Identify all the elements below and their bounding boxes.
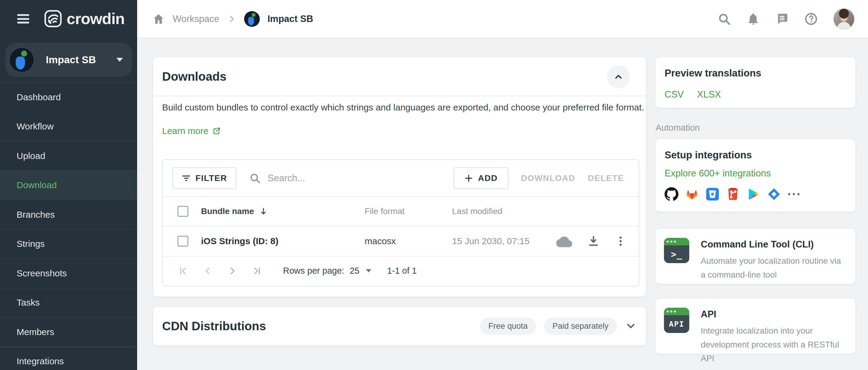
downloads-card: Downloads Build custom bundles to contro… (153, 57, 646, 297)
last-page-icon[interactable] (252, 266, 262, 276)
api-title: API (701, 309, 847, 320)
rows-per-page-value[interactable]: 25 (350, 266, 359, 276)
sort-desc-icon[interactable] (259, 207, 268, 216)
table-row: iOS Strings (ID: 8) macosx 15 Jun 2030, … (163, 226, 639, 256)
sidebar-item-workflow[interactable]: Workflow (0, 112, 137, 141)
download-row-icon[interactable] (587, 235, 599, 247)
search-input[interactable] (268, 173, 436, 183)
cdn-badges: Free quota Paid separately (480, 317, 637, 335)
chevron-down-icon (116, 58, 123, 62)
crowdin-logo[interactable]: crowdin (44, 9, 124, 28)
chevron-right-icon (227, 14, 236, 24)
cdn-expand-chevron-icon[interactable] (625, 320, 637, 332)
download-button[interactable]: DOWNLOAD (521, 173, 575, 183)
sidebar-item-branches[interactable]: Branches (0, 200, 137, 229)
cloud-build-icon[interactable] (556, 235, 572, 247)
project-avatar[interactable] (244, 11, 260, 27)
search-box (249, 172, 436, 184)
crowdin-logo-icon (44, 9, 62, 28)
home-icon[interactable] (152, 13, 165, 25)
cli-title: Command Line Tool (CLI) (701, 239, 847, 250)
gitlab-icon[interactable] (685, 187, 699, 201)
row-checkbox[interactable] (178, 236, 188, 246)
project-selector-label: Impact SB (46, 54, 96, 66)
row-actions (556, 235, 627, 247)
bundle-last-modified: 15 Jun 2030, 07:15 (452, 236, 530, 246)
sidebar-item-strings[interactable]: Strings (0, 229, 137, 259)
cdn-distributions-card: CDN Distributions Free quota Paid separa… (153, 307, 646, 345)
project-avatar-large (10, 48, 34, 72)
select-all-checkbox[interactable] (178, 206, 188, 217)
api-icon: API (664, 308, 689, 333)
pagination-range: 1-1 of 1 (387, 266, 416, 276)
help-icon[interactable] (804, 12, 818, 26)
csv-link[interactable]: CSV (664, 89, 684, 100)
sidebar-nav: Dashboard Workflow Upload Download Branc… (0, 82, 137, 370)
column-last-modified[interactable]: Last modified (452, 206, 502, 216)
messages-icon[interactable] (775, 12, 789, 26)
bundle-name[interactable]: iOS Strings (ID: 8) (201, 236, 278, 246)
preview-links: CSV XLSX (664, 89, 846, 100)
plus-icon (464, 174, 473, 183)
paid-separately-badge: Paid separately (544, 317, 617, 335)
bundles-table: FILTER ADD DOWNLOAD DELETE (162, 159, 639, 286)
explore-integrations-link[interactable]: Explore 600+ integrations (664, 168, 771, 179)
topbar-actions (717, 0, 855, 38)
api-card[interactable]: API API Integrate localization into your… (655, 299, 855, 354)
project-selector[interactable]: Impact SB (5, 43, 132, 77)
prev-page-icon[interactable] (202, 266, 213, 276)
topbar: crowdin Workspace Impact SB (0, 0, 868, 38)
downloads-title: Downloads (162, 70, 226, 83)
cli-description: Automate your localization routine via a… (701, 254, 847, 282)
filter-button[interactable]: FILTER (173, 167, 236, 189)
search-icon[interactable] (717, 12, 731, 26)
chevron-up-icon (613, 72, 624, 82)
cli-card[interactable]: >_ Command Line Tool (CLI) Automate your… (655, 229, 855, 284)
add-button[interactable]: ADD (454, 167, 508, 189)
crowdin-app: crowdin Workspace Impact SB (0, 0, 868, 370)
rows-per-page-caret-icon[interactable] (366, 269, 371, 272)
column-bundle-name[interactable]: Bundle name (201, 206, 254, 216)
bitbucket-icon[interactable] (706, 187, 719, 201)
sidebar-item-screenshots[interactable]: Screenshots (0, 258, 137, 288)
user-avatar[interactable] (833, 8, 855, 30)
downloads-card-header: Downloads (153, 57, 646, 96)
git-icon[interactable] (726, 187, 740, 201)
topbar-brand-area: crowdin (0, 0, 137, 38)
sidebar-item-integrations[interactable]: Integrations (0, 346, 137, 370)
column-file-format[interactable]: File format (365, 206, 404, 216)
breadcrumb-workspace[interactable]: Workspace (173, 13, 219, 24)
external-link-icon (213, 127, 221, 135)
breadcrumb-project[interactable]: Impact SB (268, 13, 313, 24)
learn-more-link[interactable]: Learn more (162, 126, 221, 136)
bundles-toolbar: FILTER ADD DOWNLOAD DELETE (163, 160, 639, 196)
menu-icon[interactable] (17, 14, 29, 24)
sidebar-item-dashboard[interactable]: Dashboard (0, 82, 137, 112)
sidebar-item-members[interactable]: Members (0, 317, 137, 346)
github-icon[interactable] (664, 187, 678, 201)
sidebar-item-download[interactable]: Download (0, 170, 137, 200)
api-description: Integrate localization into your develop… (701, 324, 847, 366)
google-play-icon[interactable] (747, 187, 761, 201)
first-page-icon[interactable] (178, 266, 188, 276)
notifications-icon[interactable] (746, 12, 760, 26)
pagination-nav (178, 266, 262, 276)
bundle-file-format: macosx (365, 236, 396, 246)
more-integrations-icon[interactable]: ··· (787, 187, 801, 201)
delete-button[interactable]: DELETE (588, 173, 624, 183)
setup-integrations-title: Setup integrations (664, 149, 846, 161)
next-page-icon[interactable] (227, 266, 238, 276)
cli-text: Command Line Tool (CLI) Automate your lo… (701, 238, 847, 275)
xlsx-link[interactable]: XLSX (697, 89, 721, 100)
kebab-menu-icon[interactable] (615, 235, 627, 247)
api-text: API Integrate localization into your dev… (701, 308, 847, 345)
cdn-title: CDN Distributions (162, 319, 266, 333)
downloads-description: Build custom bundles to control exactly … (162, 102, 644, 112)
collapse-button[interactable] (607, 65, 630, 88)
preview-translations-card: Preview translations CSV XLSX (655, 57, 855, 108)
table-search-icon (249, 172, 261, 184)
sidebar-item-tasks[interactable]: Tasks (0, 288, 137, 317)
jira-icon[interactable] (767, 187, 781, 201)
sidebar-item-upload[interactable]: Upload (0, 141, 137, 170)
rows-per-page-label: Rows per page: (283, 266, 344, 276)
